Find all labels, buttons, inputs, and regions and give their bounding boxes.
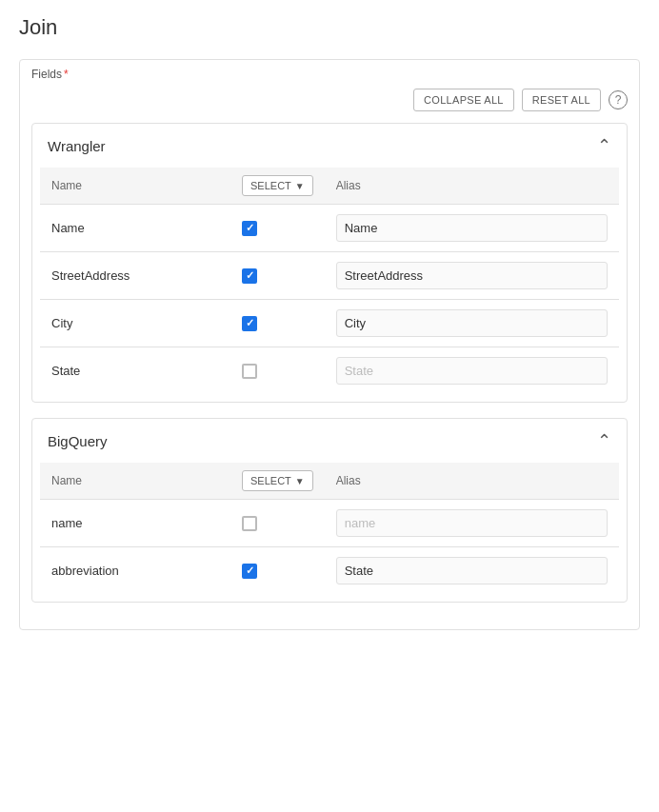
chevron-up-icon: ⌃ [597,430,611,451]
field-checkbox-cell-wrangler-1 [230,252,325,300]
checkbox-wrangler-2[interactable] [242,316,257,331]
col-header-select: SELECT ▼ [230,463,325,500]
source-card-wrangler: Wrangler ⌃ Name SELECT ▼ Alias NameStree… [31,123,628,403]
field-checkbox-cell-wrangler-2 [230,300,325,347]
field-checkbox-cell-wrangler-3 [230,347,325,395]
col-header-alias: Alias [325,168,619,205]
field-name-wrangler-2: City [40,300,230,347]
field-name-bigquery-1: abbreviation [40,547,230,595]
toolbar: COLLAPSE ALL RESET ALL ? [31,89,628,111]
field-alias-cell-wrangler-1 [325,252,619,300]
source-title-bigquery: BigQuery [48,433,108,449]
alias-input-wrangler-1[interactable] [336,262,608,289]
table-row: abbreviation [40,547,619,595]
field-name-bigquery-0: name [40,500,230,547]
source-body-wrangler: Name SELECT ▼ Alias NameStreetAddressCit… [32,168,627,402]
checkbox-wrangler-1[interactable] [242,268,257,284]
source-title-wrangler: Wrangler [48,138,106,154]
checkbox-wrangler-3[interactable] [242,364,257,379]
table-row: name [40,500,619,547]
table-row: City [40,300,619,347]
help-icon[interactable]: ? [609,90,628,109]
field-name-wrangler-3: State [40,347,230,395]
source-card-bigquery: BigQuery ⌃ Name SELECT ▼ Alias nameabbre… [31,418,628,603]
field-alias-cell-bigquery-1 [325,547,619,595]
page-title: Join [19,15,640,40]
checkbox-bigquery-1[interactable] [242,564,257,579]
table-row: StreetAddress [40,252,619,300]
fields-table-bigquery: Name SELECT ▼ Alias nameabbreviation [40,463,619,594]
dropdown-arrow: ▼ [295,181,305,191]
checkbox-bigquery-0[interactable] [242,516,257,531]
field-checkbox-cell-wrangler-0 [230,205,325,252]
chevron-up-icon: ⌃ [597,135,611,156]
alias-input-bigquery-1[interactable] [336,557,608,584]
source-header-bigquery[interactable]: BigQuery ⌃ [32,419,627,463]
select-button-bigquery[interactable]: SELECT ▼ [242,470,313,491]
field-name-wrangler-0: Name [40,205,230,252]
field-alias-cell-wrangler-3 [325,347,619,395]
fields-label: Fields * [31,68,628,81]
sources-container: Wrangler ⌃ Name SELECT ▼ Alias NameStree… [31,123,628,603]
alias-input-wrangler-0[interactable] [336,214,608,242]
reset-all-button[interactable]: RESET ALL [522,89,601,111]
table-row: State [40,347,619,395]
table-row: Name [40,205,619,252]
alias-input-bigquery-0[interactable] [336,509,608,537]
field-alias-cell-bigquery-0 [325,500,619,547]
field-checkbox-cell-bigquery-1 [230,547,325,595]
col-header-alias: Alias [325,463,619,500]
fields-table-wrangler: Name SELECT ▼ Alias NameStreetAddressCit… [40,168,619,394]
collapse-all-button[interactable]: COLLAPSE ALL [413,89,514,111]
fields-section: Fields * COLLAPSE ALL RESET ALL ? Wrangl… [19,59,640,630]
field-name-wrangler-1: StreetAddress [40,252,230,300]
dropdown-arrow: ▼ [295,476,305,486]
alias-input-wrangler-2[interactable] [336,309,608,337]
alias-input-wrangler-3[interactable] [336,357,608,385]
select-button-wrangler[interactable]: SELECT ▼ [242,175,313,196]
col-header-name: Name [40,168,230,205]
field-alias-cell-wrangler-2 [325,300,619,347]
checkbox-wrangler-0[interactable] [242,221,257,236]
field-checkbox-cell-bigquery-0 [230,500,325,547]
source-header-wrangler[interactable]: Wrangler ⌃ [32,124,627,168]
col-header-select: SELECT ▼ [230,168,325,205]
col-header-name: Name [40,463,230,500]
field-alias-cell-wrangler-0 [325,205,619,252]
source-body-bigquery: Name SELECT ▼ Alias nameabbreviation [32,463,627,602]
